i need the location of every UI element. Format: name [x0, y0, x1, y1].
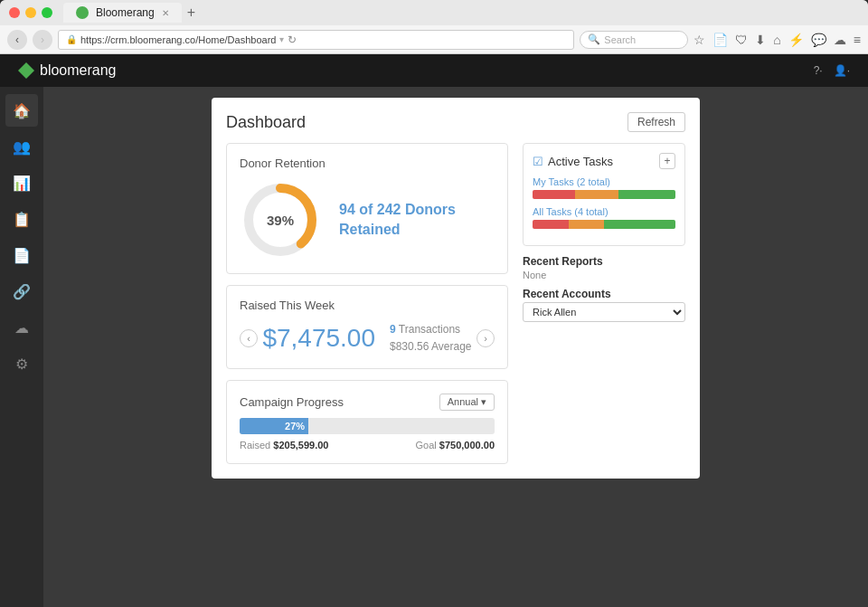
dashboard-header: Dashboard Refresh [226, 112, 685, 132]
tasks-title: ☑ Active Tasks [533, 155, 613, 168]
refresh-button[interactable]: Refresh [627, 112, 685, 132]
dashboard-body: Donor Retention 39% [226, 143, 685, 464]
app-name: bloomerang [40, 62, 117, 79]
donor-retention-card: Donor Retention 39% [226, 143, 508, 274]
right-column: ☑ Active Tasks + My Tasks (2 total) [523, 143, 685, 464]
home-browser-icon[interactable]: ⌂ [773, 33, 780, 47]
app-nav: bloomerang ?· 👤· [0, 54, 868, 87]
user-menu-button[interactable]: 👤· [834, 64, 850, 77]
dashboard-panel: Dashboard Refresh Donor Retention [212, 98, 700, 479]
my-tasks-green-seg [618, 190, 675, 199]
campaign-card: Campaign Progress Annual ▾ 27% Raised [226, 380, 508, 464]
app-logo: bloomerang [18, 62, 117, 79]
transaction-info: 9 Transactions $830.56 Average [390, 321, 472, 356]
tab-close-icon[interactable]: ✕ [162, 8, 169, 18]
donor-retention-title: Donor Retention [240, 156, 495, 170]
raised-content: $7,475.00 9 Transactions $830.56 Average [262, 321, 471, 356]
menu-icon[interactable]: ≡ [854, 33, 861, 47]
content-area: Dashboard Refresh Donor Retention [43, 87, 868, 607]
recent-reports-title: Recent Reports [523, 255, 685, 268]
extensions-icon[interactable]: ⚡ [788, 33, 804, 47]
campaign-title: Campaign Progress [240, 395, 344, 409]
annual-dropdown-button[interactable]: Annual ▾ [439, 394, 495, 411]
recent-accounts-select[interactable]: Rick Allen [523, 302, 685, 322]
page-title: Dashboard [226, 113, 306, 132]
raised-title: Raised This Week [240, 299, 495, 312]
sync-icon[interactable]: ☁ [834, 33, 846, 47]
browser-toolbar: ☆ 📄 🛡 ⬇ ⌂ ⚡ 💬 ☁ ≡ [693, 33, 861, 47]
my-tasks-bar [533, 190, 675, 199]
goal-value: $750,000.00 [439, 440, 495, 451]
campaign-progress-bar: 27% [240, 418, 495, 434]
logo-leaf-icon [18, 62, 34, 79]
raised-amount: $7,475.00 [262, 324, 375, 353]
raised-nav: ‹ $7,475.00 9 Transactions $830.56 Aver [240, 321, 495, 356]
recent-accounts-dropdown-wrapper: Rick Allen [523, 302, 685, 322]
my-tasks-label[interactable]: My Tasks (2 total) [533, 176, 675, 187]
transaction-count-number: 9 [390, 323, 396, 336]
sidebar-item-letters[interactable]: 📄 [5, 239, 38, 271]
sidebar-item-home[interactable]: 🏠 [5, 94, 38, 127]
retention-line1: 94 of 242 Donors [339, 200, 456, 220]
help-button[interactable]: ?· [814, 64, 823, 77]
add-task-button[interactable]: + [659, 153, 675, 169]
campaign-raised: Raised $205,599.00 [240, 440, 328, 451]
new-tab-button[interactable]: + [187, 5, 195, 20]
main-layout: 🏠 👥 📊 📋 📄 🔗 ☁ ⚙ Dashboard Refresh [0, 87, 868, 607]
raised-prev-button[interactable]: ‹ [240, 329, 258, 347]
sidebar-item-tasks[interactable]: 📋 [5, 203, 38, 235]
bookmark-icon[interactable]: ☆ [693, 33, 705, 47]
shield-icon[interactable]: 🛡 [735, 33, 748, 47]
account-icon[interactable]: 💬 [811, 33, 826, 47]
app-nav-right: ?· 👤· [814, 64, 850, 77]
my-tasks-red-seg [533, 190, 575, 199]
search-icon: 🔍 [588, 33, 600, 45]
search-box[interactable]: 🔍 Search [580, 31, 688, 49]
all-tasks-item: All Tasks (4 total) [533, 206, 675, 229]
url-input[interactable]: 🔒 https://crm.bloomerang.co/Home/Dashboa… [58, 30, 574, 50]
all-tasks-green-seg [604, 220, 675, 229]
all-tasks-orange-seg [569, 220, 605, 229]
reload-icon[interactable]: ↻ [288, 33, 297, 46]
progress-bar-fill: 27% [240, 418, 308, 434]
tasks-title-label: Active Tasks [548, 155, 613, 168]
tab-favicon [76, 6, 89, 19]
recent-reports-value: None [523, 270, 685, 280]
transaction-average: $830.56 Average [390, 338, 472, 356]
recent-accounts-title: Recent Accounts [523, 288, 685, 300]
retention-line2: Retained [339, 220, 456, 240]
all-tasks-red-seg [533, 220, 569, 229]
my-tasks-orange-seg [575, 190, 618, 199]
tab-bar: Bloomerang ✕ + [63, 3, 859, 23]
url-bar: ‹ › 🔒 https://crm.bloomerang.co/Home/Das… [0, 25, 868, 54]
close-button[interactable] [9, 7, 20, 18]
reader-icon[interactable]: 📄 [712, 33, 728, 47]
transaction-label: Transactions [399, 323, 460, 336]
forward-button[interactable]: › [33, 30, 52, 50]
active-tab[interactable]: Bloomerang ✕ [63, 3, 182, 23]
all-tasks-label[interactable]: All Tasks (4 total) [533, 206, 675, 217]
tasks-checkbox-icon: ☑ [533, 155, 543, 168]
progress-percentage: 27% [285, 421, 305, 432]
sidebar-item-reports[interactable]: 📊 [5, 166, 38, 199]
minimize-button[interactable] [25, 7, 36, 18]
campaign-goal: Goal $750,000.00 [416, 440, 495, 451]
sidebar-item-people[interactable]: 👥 [5, 130, 38, 163]
sidebar-item-share[interactable]: 🔗 [5, 275, 38, 308]
sidebar-item-settings[interactable]: ⚙ [5, 347, 38, 380]
left-column: Donor Retention 39% [226, 143, 508, 464]
donut-percentage: 39% [267, 213, 294, 228]
raised-value: $205,599.00 [273, 440, 328, 451]
back-button[interactable]: ‹ [7, 30, 27, 50]
my-tasks-item: My Tasks (2 total) [533, 176, 675, 199]
download-icon[interactable]: ⬇ [755, 33, 766, 47]
url-text: https://crm.bloomerang.co/Home/Dashboard [80, 34, 276, 45]
transaction-count: 9 Transactions [390, 321, 472, 338]
donor-retention-content: 39% 94 of 242 Donors Retained [240, 179, 495, 261]
raised-next-button[interactable]: › [476, 329, 495, 347]
sidebar-item-cloud[interactable]: ☁ [5, 311, 38, 344]
campaign-footer: Raised $205,599.00 Goal $750,000.00 [240, 440, 495, 451]
fullscreen-button[interactable] [42, 7, 52, 18]
recent-accounts-section: Recent Accounts Rick Allen [523, 288, 685, 322]
goal-label: Goal [416, 440, 437, 451]
